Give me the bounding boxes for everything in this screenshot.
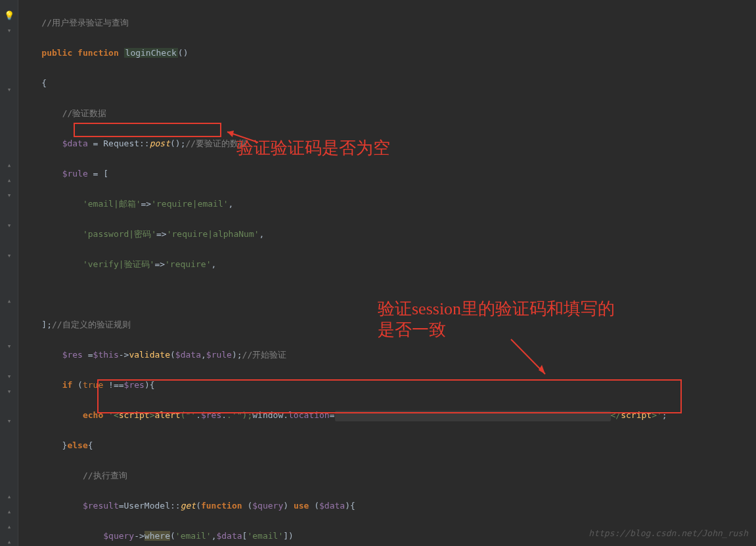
string: ("': [181, 410, 196, 420]
string: 'email': [247, 531, 283, 541]
comment: //验证数据: [62, 108, 107, 118]
comment: //执行查询: [83, 471, 127, 480]
tag: script: [119, 410, 150, 420]
method: validate: [129, 350, 170, 360]
code-line[interactable]: 'verify|验证码'=>'require',: [21, 257, 667, 272]
fold-icon[interactable]: ▾: [0, 23, 18, 38]
code-line[interactable]: $query->where('email',$data['email']): [21, 528, 667, 543]
string: '<: [108, 410, 119, 420]
func: alert: [155, 410, 181, 420]
fold-icon[interactable]: ▾: [0, 248, 18, 263]
fold-icon[interactable]: ▾: [0, 82, 18, 97]
variable: $rule: [206, 350, 232, 360]
watermark: https://blog.csdn.net/John_rush: [589, 526, 748, 541]
class: UserModel: [124, 501, 170, 511]
keyword: echo: [83, 410, 103, 420]
variable: $res: [62, 350, 83, 360]
fold-icon[interactable]: ▴: [0, 173, 18, 188]
fold-icon[interactable]: ▾: [0, 384, 18, 399]
fold-icon[interactable]: ▾: [0, 413, 18, 429]
method-name: loginCheck: [124, 48, 178, 58]
variable: $data: [319, 501, 345, 511]
method: post: [150, 138, 170, 148]
code-line[interactable]: $rule = [: [21, 166, 667, 181]
fold-icon[interactable]: ▴: [0, 519, 18, 534]
variable: $rule: [62, 169, 88, 178]
fold-icon[interactable]: ▴: [0, 504, 18, 519]
keyword: use: [294, 501, 309, 511]
code-line[interactable]: $result=UserModel::get(function ($query)…: [21, 498, 667, 513]
variable: $this: [93, 350, 119, 360]
fold-icon[interactable]: ▾: [0, 188, 18, 203]
comment: //要验证的数据: [186, 138, 248, 148]
fold-icon[interactable]: ▴: [0, 489, 18, 504]
keyword: public: [41, 48, 72, 58]
code-line[interactable]: }else{: [21, 438, 667, 453]
comment: //用户登录验证与查询: [41, 18, 129, 28]
code-line[interactable]: 'email|邮箱'=>'require|email',: [21, 196, 667, 211]
string: </: [611, 410, 621, 420]
code-line[interactable]: [21, 287, 667, 302]
code-line[interactable]: if (true !==$res){: [21, 377, 667, 392]
string: 'verify|验证码': [83, 259, 154, 269]
code-line[interactable]: {: [21, 75, 667, 91]
obscured-text: [335, 411, 611, 421]
string: 'require': [165, 259, 211, 269]
obj: window: [252, 410, 283, 420]
comment: //开始验证: [242, 350, 287, 360]
keyword: else: [67, 440, 87, 450]
variable: $data: [62, 138, 88, 148]
variable: $query: [103, 531, 134, 541]
string: 'email': [175, 531, 211, 541]
variable: $result: [83, 501, 119, 511]
code-line[interactable]: 'password|密码'=>'require|alphaNum',: [21, 226, 667, 242]
variable: $res: [124, 380, 145, 390]
field: location: [288, 410, 330, 420]
fold-icon[interactable]: ▾: [0, 369, 18, 384]
code-line[interactable]: //验证数据: [21, 106, 667, 121]
code-line[interactable]: //执行查询: [21, 468, 667, 483]
code-line[interactable]: //用户登录验证与查询: [21, 15, 667, 30]
variable: $res: [201, 410, 221, 420]
gutter: 💡 ▾ ▾ ▴ ▴ ▾ ▾ ▾ ▴ ▾ ▾ ▾ ▾ ▴ ▴ ▴ ▴: [0, 0, 18, 546]
string: 'email|邮箱': [83, 199, 141, 209]
string: >': [652, 410, 662, 420]
string: 'password|密码': [83, 229, 156, 239]
variable: $data: [175, 350, 201, 360]
string: >: [150, 410, 155, 420]
keyword: if: [62, 380, 73, 390]
code-line[interactable]: $data = Request::post();//要验证的数据: [21, 136, 667, 151]
variable: $data: [216, 531, 242, 541]
code-line[interactable]: ];//自定义的验证规则: [21, 317, 667, 332]
method: where: [145, 531, 170, 541]
string: 'require|alphaNum': [167, 229, 259, 239]
keyword: function: [78, 48, 119, 58]
keyword: function: [201, 501, 242, 511]
fold-icon[interactable]: ▾: [0, 218, 18, 233]
fold-icon[interactable]: ▾: [0, 339, 18, 354]
code-editor[interactable]: //用户登录验证与查询 public function loginCheck()…: [18, 0, 667, 546]
class: Request: [103, 138, 139, 148]
fold-icon[interactable]: ▴: [0, 293, 18, 308]
fold-icon[interactable]: ▴: [0, 534, 18, 546]
const: true: [83, 380, 103, 390]
string: .'");: [227, 410, 252, 420]
code-line[interactable]: public function loginCheck(): [21, 45, 667, 60]
fold-icon[interactable]: ▴: [0, 158, 18, 173]
string: 'require|email': [151, 199, 228, 209]
comment: //自定义的验证规则: [52, 320, 131, 329]
bulb-icon[interactable]: 💡: [0, 8, 18, 23]
code-line[interactable]: echo '<script>alert("'.$res..'");window.…: [21, 408, 667, 423]
method: get: [181, 501, 196, 511]
variable: $query: [252, 501, 283, 511]
tag: script: [621, 410, 652, 420]
code-line[interactable]: $res =$this->validate($data,$rule);//开始验…: [21, 347, 667, 362]
